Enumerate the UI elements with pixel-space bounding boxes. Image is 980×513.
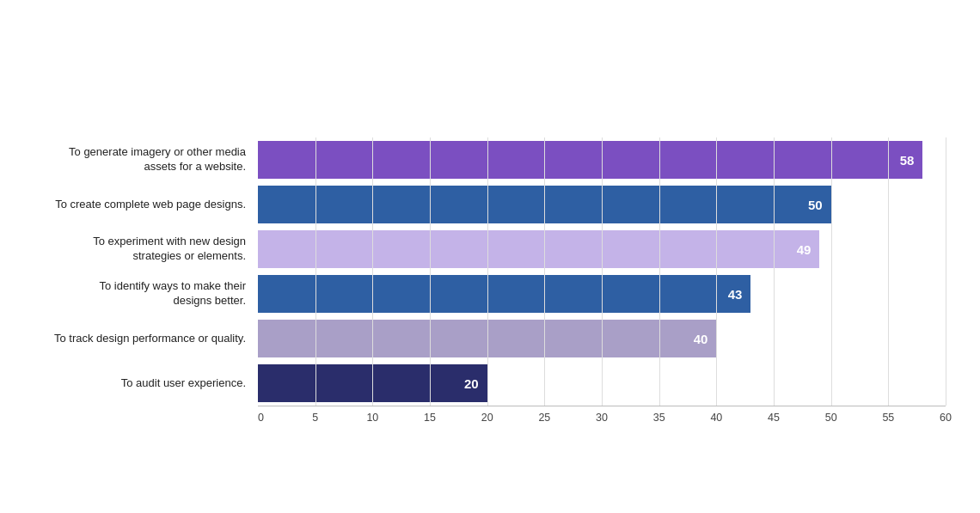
bars-col: 585049434020 xyxy=(258,137,946,406)
x-tick-12: 60 xyxy=(940,412,952,424)
bar-fill-2: 49 xyxy=(258,230,819,268)
grid-line-4 xyxy=(487,137,488,406)
bar-label-1: To create complete web page designs. xyxy=(34,182,258,227)
x-tick-0: 0 xyxy=(258,412,264,424)
x-tick-9: 45 xyxy=(768,412,780,424)
labels-col: To generate imagery or other mediaassets… xyxy=(34,137,258,406)
grid-line-5 xyxy=(544,137,545,406)
bar-label-5: To audit user experience. xyxy=(34,361,258,406)
grid-line-1 xyxy=(315,137,316,406)
x-tick-5: 25 xyxy=(538,412,550,424)
chart-container: To generate imagery or other mediaassets… xyxy=(17,70,963,444)
grid-line-12 xyxy=(946,137,946,406)
bar-label-text-3: To identify ways to make theirdesigns be… xyxy=(99,279,246,308)
chart-title xyxy=(34,87,946,113)
grid-line-6 xyxy=(602,137,603,406)
grid-line-3 xyxy=(430,137,431,406)
x-tick-1: 5 xyxy=(312,412,318,424)
bar-label-text-1: To create complete web page designs. xyxy=(55,198,246,212)
grid-line-11 xyxy=(888,137,889,406)
bar-label-text-2: To experiment with new designstrategies … xyxy=(93,235,246,264)
x-tick-11: 55 xyxy=(882,412,894,424)
x-tick-10: 50 xyxy=(825,412,837,424)
x-tick-7: 35 xyxy=(653,412,665,424)
grid-line-7 xyxy=(659,137,660,406)
x-axis: 051015202530354045505560 xyxy=(258,406,946,426)
x-tick-6: 30 xyxy=(596,412,608,424)
x-tick-2: 10 xyxy=(366,412,378,424)
bar-label-2: To experiment with new designstrategies … xyxy=(34,227,258,272)
bar-fill-0: 58 xyxy=(258,141,922,179)
x-tick-3: 15 xyxy=(424,412,436,424)
bar-value-1: 50 xyxy=(808,198,823,212)
bar-label-3: To identify ways to make theirdesigns be… xyxy=(34,272,258,316)
x-tick-4: 20 xyxy=(481,412,493,424)
bar-value-4: 40 xyxy=(694,332,708,346)
x-tick-8: 40 xyxy=(710,412,722,424)
bar-label-text-0: To generate imagery or other mediaassets… xyxy=(69,145,246,174)
bar-value-0: 58 xyxy=(900,153,915,168)
bar-value-2: 49 xyxy=(797,242,812,257)
bar-value-5: 20 xyxy=(464,376,479,391)
grid-line-9 xyxy=(774,137,775,406)
bar-label-4: To track design performance or quality. xyxy=(34,316,258,361)
bar-fill-3: 43 xyxy=(258,275,750,313)
grid-line-8 xyxy=(716,137,717,406)
bar-label-text-4: To track design performance or quality. xyxy=(54,332,246,346)
bar-label-text-5: To audit user experience. xyxy=(121,376,246,391)
bar-label-0: To generate imagery or other mediaassets… xyxy=(34,137,258,182)
bar-value-3: 43 xyxy=(728,287,743,302)
chart-inner: To generate imagery or other mediaassets… xyxy=(34,137,946,406)
grid-line-2 xyxy=(372,137,373,406)
grid-line-10 xyxy=(831,137,832,406)
